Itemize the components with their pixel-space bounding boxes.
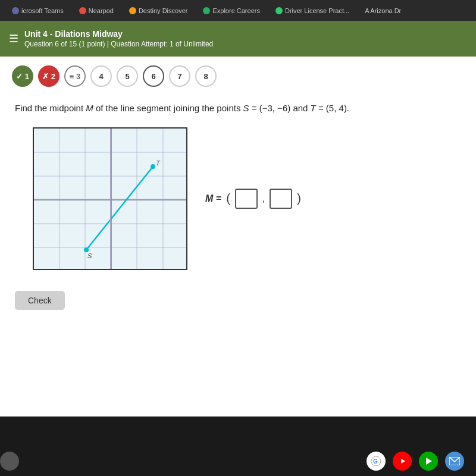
svg-point-15 — [84, 248, 89, 252]
teams-favicon — [12, 7, 19, 14]
tab-driver[interactable]: Driver License Pract... — [270, 5, 355, 17]
q-bubble-6[interactable]: 6 — [143, 65, 164, 87]
youtube-icon[interactable] — [393, 452, 412, 471]
svg-text:T: T — [156, 159, 161, 167]
answer-area: M = ( , ) — [205, 189, 301, 209]
svg-text:G: G — [373, 458, 378, 465]
q-bubble-4[interactable]: 4 — [90, 65, 112, 87]
hamburger-icon[interactable]: ☰ — [9, 32, 18, 45]
question-info: Question 6 of 15 (1 point) | Question At… — [24, 40, 213, 48]
tab-teams-label: icrosoft Teams — [21, 7, 64, 14]
q-bubble-1[interactable]: ✓ 1 — [12, 65, 33, 87]
graph-container: T S — [33, 127, 187, 270]
question-text: Find the midpoint M of the line segment … — [15, 102, 461, 115]
close-paren: ) — [297, 192, 301, 205]
svg-marker-19 — [401, 459, 405, 464]
taskbar-left-circle — [0, 452, 19, 471]
check-section: Check — [0, 279, 476, 322]
graph-svg: T S — [34, 129, 186, 269]
main-content: ☰ Unit 4 - Dilations Midway Question 6 o… — [0, 21, 476, 416]
driver-favicon — [275, 7, 283, 14]
answer-label: M = — [205, 193, 221, 204]
svg-marker-20 — [426, 458, 432, 465]
question-nav: ✓ 1 ✗ 2 ≡ 3 4 5 6 7 8 — [0, 57, 476, 96]
unit-title: Unit 4 - Dilations Midway — [24, 29, 213, 39]
tab-destiny[interactable]: Destiny Discover — [123, 5, 194, 17]
comma: , — [262, 193, 265, 204]
answer-input-y[interactable] — [270, 189, 292, 209]
check-button[interactable]: Check — [15, 291, 65, 310]
q-bubble-2[interactable]: ✗ 2 — [38, 65, 60, 87]
tab-teams[interactable]: icrosoft Teams — [6, 5, 70, 17]
google-icon[interactable]: G — [367, 452, 386, 471]
header-bar: ☰ Unit 4 - Dilations Midway Question 6 o… — [0, 21, 476, 57]
browser-tabs: icrosoft Teams Nearpod Destiny Discover … — [0, 0, 476, 21]
destiny-favicon — [129, 7, 136, 14]
graph-and-answer: T S M = ( , ) — [15, 127, 461, 270]
nearpod-favicon — [79, 7, 86, 14]
tab-careers[interactable]: Explore Careers — [197, 5, 265, 17]
q-bubble-7[interactable]: 7 — [169, 65, 190, 87]
q-bubble-3[interactable]: ≡ 3 — [64, 65, 86, 87]
tab-arizona-label: A Arizona Dr — [365, 7, 401, 14]
q-bubble-5[interactable]: 5 — [117, 65, 138, 87]
tab-careers-label: Explore Careers — [212, 7, 259, 14]
answer-input-x[interactable] — [235, 189, 258, 209]
tab-destiny-label: Destiny Discover — [139, 7, 188, 14]
tab-arizona[interactable]: A Arizona Dr — [359, 5, 407, 17]
mail-icon[interactable] — [445, 452, 464, 471]
taskbar: G — [0, 446, 476, 476]
open-paren: ( — [226, 192, 230, 205]
tab-nearpod-label: Nearpod — [89, 7, 114, 14]
careers-favicon — [203, 7, 210, 14]
tab-driver-label: Driver License Pract... — [285, 7, 349, 14]
question-body: Find the midpoint M of the line segment … — [0, 96, 476, 279]
tab-nearpod[interactable]: Nearpod — [73, 5, 120, 17]
svg-line-12 — [86, 167, 153, 250]
play-icon[interactable] — [419, 452, 438, 471]
svg-text:S: S — [87, 252, 92, 259]
svg-point-13 — [151, 164, 155, 169]
header-text: Unit 4 - Dilations Midway Question 6 of … — [24, 29, 213, 48]
q-bubble-8[interactable]: 8 — [195, 65, 217, 87]
